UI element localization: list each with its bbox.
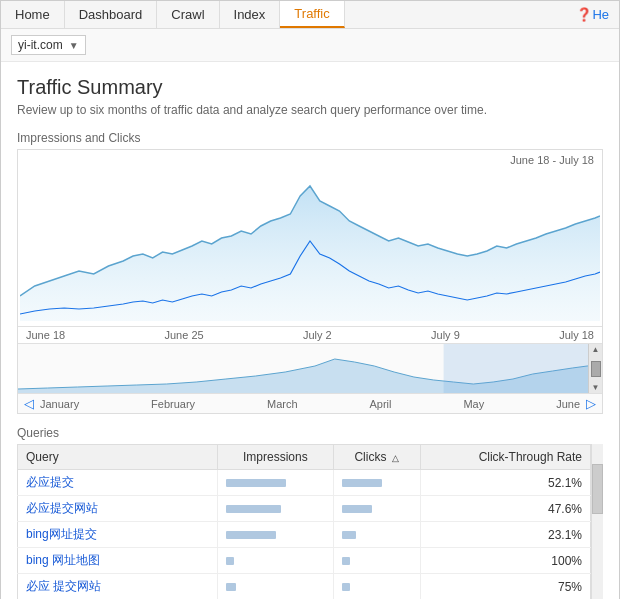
clicks-bar-container: [342, 581, 412, 593]
chart-date-range: June 18 - July 18: [18, 150, 602, 166]
ctr-cell: 47.6%: [420, 496, 590, 522]
clicks-bar-container: [342, 555, 412, 567]
query-cell: bing 网址地图: [18, 548, 218, 574]
col-header-query[interactable]: Query: [18, 445, 218, 470]
scroll-up-arrow[interactable]: ▲: [592, 345, 600, 354]
query-link[interactable]: 必应提交网站: [26, 501, 98, 515]
clicks-cell: [333, 496, 420, 522]
impressions-bar-container: [226, 555, 325, 567]
main-chart: [18, 166, 602, 326]
query-cell: bing网址提交: [18, 522, 218, 548]
ctr-cell: 52.1%: [420, 470, 590, 496]
impressions-cell: [218, 548, 334, 574]
clicks-cell: [333, 470, 420, 496]
nav-traffic[interactable]: Traffic: [280, 1, 344, 28]
chart-date-labels: June 18 June 25 July 2 July 9 July 18: [18, 326, 602, 343]
clicks-cell: [333, 522, 420, 548]
site-name: yi-it.com: [18, 38, 63, 52]
page-subtitle: Review up to six months of traffic data …: [17, 103, 603, 117]
queries-table: Query Impressions Clicks △ Click-Through…: [17, 444, 591, 599]
top-navigation: Home Dashboard Crawl Index Traffic ❓ He: [1, 1, 619, 29]
date-label-3: July 9: [431, 329, 460, 341]
clicks-cell: [333, 548, 420, 574]
chart-next-arrow[interactable]: ▷: [586, 396, 596, 411]
query-cell: 必应提交: [18, 470, 218, 496]
queries-section: Queries Query Impressions Clicks △ Click…: [17, 426, 603, 599]
impressions-bar-container: [226, 503, 325, 515]
chart-container: June 18 - July 18 June 1: [17, 149, 603, 414]
page-content: Traffic Summary Review up to six months …: [1, 62, 619, 599]
nav-index[interactable]: Index: [220, 1, 281, 28]
table-row: bing网址提交23.1%: [18, 522, 591, 548]
table-scrollbar[interactable]: [591, 444, 603, 599]
ctr-cell: 100%: [420, 548, 590, 574]
chart-nav: ◁ January February March April May June …: [18, 393, 602, 413]
impressions-bar: [226, 479, 286, 487]
query-link[interactable]: bing网址提交: [26, 527, 97, 541]
site-selector[interactable]: yi-it.com ▼: [11, 35, 86, 55]
impressions-bar: [226, 557, 234, 565]
clicks-cell: [333, 574, 420, 600]
impressions-bar-container: [226, 529, 325, 541]
impressions-bar-container: [226, 581, 325, 593]
col-header-impressions[interactable]: Impressions: [218, 445, 334, 470]
query-link[interactable]: 必应 提交网站: [26, 579, 101, 593]
clicks-bar: [342, 479, 382, 487]
table-header-row: Query Impressions Clicks △ Click-Through…: [18, 445, 591, 470]
clicks-bar-container: [342, 529, 412, 541]
ctr-cell: 75%: [420, 574, 590, 600]
clicks-sort-icon: △: [392, 453, 399, 463]
mini-date-4: May: [463, 398, 484, 410]
scroll-down-arrow[interactable]: ▼: [592, 383, 600, 392]
nav-crawl[interactable]: Crawl: [157, 1, 219, 28]
chart-section-label: Impressions and Clicks: [17, 131, 603, 145]
chart-prev-arrow[interactable]: ◁: [24, 396, 34, 411]
scroll-thumb[interactable]: [591, 361, 601, 377]
col-header-ctr[interactable]: Click-Through Rate: [420, 445, 590, 470]
impressions-cell: [218, 522, 334, 548]
clicks-bar: [342, 583, 350, 591]
query-cell: 必应 提交网站: [18, 574, 218, 600]
nav-home[interactable]: Home: [1, 1, 65, 28]
mini-date-0: January: [40, 398, 79, 410]
ctr-cell: 23.1%: [420, 522, 590, 548]
dropdown-arrow: ▼: [69, 40, 79, 51]
clicks-bar-container: [342, 503, 412, 515]
date-label-1: June 25: [164, 329, 203, 341]
impressions-bar: [226, 531, 276, 539]
mini-date-1: February: [151, 398, 195, 410]
page-title: Traffic Summary: [17, 76, 603, 99]
query-cell: 必应提交网站: [18, 496, 218, 522]
table-row: 必应提交网站47.6%: [18, 496, 591, 522]
date-label-0: June 18: [26, 329, 65, 341]
clicks-bar: [342, 505, 372, 513]
date-label-4: July 18: [559, 329, 594, 341]
table-row: bing 网址地图100%: [18, 548, 591, 574]
svg-rect-0: [444, 344, 602, 393]
impressions-bar-container: [226, 477, 325, 489]
mini-date-2: March: [267, 398, 298, 410]
table-row: 必应提交52.1%: [18, 470, 591, 496]
queries-title: Queries: [17, 426, 603, 440]
col-header-clicks[interactable]: Clicks △: [333, 445, 420, 470]
impressions-cell: [218, 496, 334, 522]
impressions-bar: [226, 505, 281, 513]
date-label-2: July 2: [303, 329, 332, 341]
help-link[interactable]: ❓ He: [566, 1, 619, 28]
table-row: 必应 提交网站75%: [18, 574, 591, 600]
clicks-bar-container: [342, 477, 412, 489]
table-scroll-thumb[interactable]: [592, 464, 603, 514]
clicks-bar: [342, 531, 356, 539]
impressions-cell: [218, 470, 334, 496]
query-link[interactable]: 必应提交: [26, 475, 74, 489]
toolbar: yi-it.com ▼: [1, 29, 619, 62]
mini-date-3: April: [370, 398, 392, 410]
impressions-bar: [226, 583, 236, 591]
impressions-cell: [218, 574, 334, 600]
nav-dashboard[interactable]: Dashboard: [65, 1, 158, 28]
mini-chart: ▲ ▼: [18, 343, 602, 393]
query-link[interactable]: bing 网址地图: [26, 553, 100, 567]
clicks-bar: [342, 557, 350, 565]
queries-table-wrapper: Query Impressions Clicks △ Click-Through…: [17, 444, 603, 599]
mini-date-5: June: [556, 398, 580, 410]
